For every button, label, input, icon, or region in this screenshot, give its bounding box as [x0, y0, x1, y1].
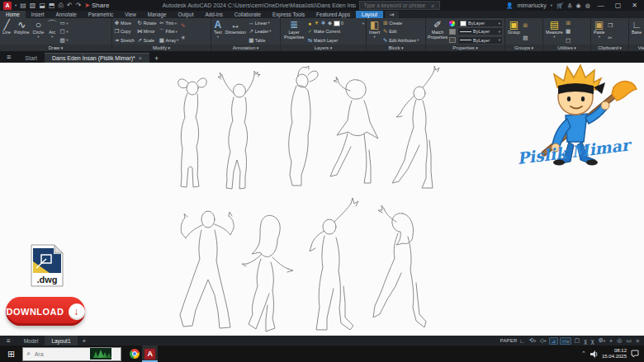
new-layout-icon[interactable]: + [78, 337, 92, 345]
taskbar-chrome-icon[interactable] [126, 346, 142, 362]
paste-button[interactable]: Paste▾ [593, 19, 606, 45]
id-point-button[interactable] [566, 37, 571, 44]
rectangle-button[interactable]: ▾ [59, 20, 68, 26]
help-globe-icon[interactable]: ◉ [576, 2, 581, 9]
ellipse-button[interactable]: ▾ [59, 28, 68, 35]
base-button[interactable]: Base [631, 19, 642, 45]
panel-label-block[interactable]: Block [367, 45, 425, 51]
tab-express-tools[interactable]: Express Tools [267, 11, 310, 18]
dancer-figure[interactable] [242, 215, 293, 331]
layer-dropdown[interactable]: 0▾ [307, 20, 364, 26]
autodesk-a-icon[interactable]: A̠ [568, 2, 572, 8]
new-file-icon[interactable]: ▤ [20, 2, 26, 9]
download-button[interactable]: DOWNLOAD ↓ [6, 297, 85, 326]
tray-expand-icon[interactable]: ⌃ [581, 350, 586, 357]
annotation-visibility-icon[interactable]: χ [582, 338, 590, 344]
minimize-button[interactable]: — [594, 2, 608, 9]
list-icon[interactable] [449, 37, 456, 43]
panel-label-draw[interactable]: Draw [0, 45, 111, 51]
match-layer-button[interactable]: Match Layer [307, 37, 364, 44]
tab-manage[interactable]: Manage [142, 11, 173, 18]
dancer-figure[interactable] [310, 198, 358, 330]
explode-button[interactable] [180, 35, 186, 41]
dancer-figure[interactable] [373, 205, 426, 327]
taskbar-autocad-icon[interactable]: A [142, 346, 158, 362]
volume-icon[interactable] [590, 350, 598, 358]
color-wheel-icon[interactable] [449, 21, 455, 26]
user-caret-icon[interactable]: ▾ [551, 3, 552, 7]
linetype-dropdown[interactable]: ByLayer▾ [457, 36, 503, 45]
close-tab-icon[interactable]: × [139, 55, 142, 61]
linear-button[interactable]: Linear▾ [249, 20, 272, 26]
copy-button[interactable]: Copy [114, 27, 135, 35]
insert-button[interactable]: Insert▾ [368, 19, 381, 45]
isolate-objects-icon[interactable]: ◎ [615, 337, 624, 344]
stretch-button[interactable]: Stretch [114, 36, 135, 45]
ungroup-button[interactable] [523, 22, 528, 29]
panel-label-view[interactable]: View [629, 45, 644, 51]
paper-space-label[interactable]: PAPER [500, 338, 518, 343]
panel-label-clipboard[interactable]: Clipboard [591, 45, 628, 51]
trim-button[interactable]: Trim▾ [159, 19, 178, 27]
model-tab[interactable]: Model [17, 336, 45, 346]
layout-menu-icon[interactable]: ≡ [0, 337, 17, 345]
dancer-figure[interactable] [218, 71, 260, 189]
layout1-tab[interactable]: Layout1 [45, 336, 77, 346]
leader-button[interactable]: Leader▾ [249, 28, 272, 35]
new-tab-icon[interactable]: + [149, 54, 163, 63]
open-file-icon[interactable]: ▧ [30, 2, 36, 9]
autoscale-icon[interactable]: χ [589, 338, 596, 344]
app-menu-caret-icon[interactable]: ▾ [15, 3, 17, 7]
app-store-icon[interactable]: 🛒 [556, 2, 564, 9]
group-button[interactable]: Group [507, 19, 521, 45]
edit-block-button[interactable]: Edit [382, 28, 419, 35]
dancer-figure[interactable] [392, 66, 439, 188]
taskbar-search[interactable]: ⌕ [22, 347, 121, 361]
dancer-figure[interactable] [330, 77, 378, 183]
match-properties-button[interactable]: Match Properties [428, 19, 447, 45]
panel-label-properties[interactable]: Properties [426, 45, 504, 51]
erase-button[interactable] [180, 22, 186, 29]
arc-button[interactable]: Arc▾ [46, 19, 58, 45]
rotate-button[interactable]: Rotate [137, 19, 157, 27]
edit-attributes-button[interactable]: Edit Attributes▾ [382, 37, 419, 44]
close-button[interactable]: ✕ [628, 2, 641, 9]
tab-collaborate[interactable]: Collaborate [229, 11, 267, 18]
autocad-app-icon[interactable]: A [3, 2, 12, 10]
notification-globe-icon[interactable]: ◍ [585, 2, 590, 9]
tab-output[interactable]: Output [173, 11, 200, 18]
notification-center-icon[interactable] [631, 350, 639, 358]
tab-insert[interactable]: Insert [26, 11, 50, 18]
panel-label-annotation[interactable]: Annotation [211, 45, 280, 51]
circle-button[interactable]: Circle▾ [32, 19, 45, 45]
annotation-scale-icon[interactable]: ⚙▾ [596, 337, 608, 344]
panel-label-layers[interactable]: Layers [281, 45, 366, 51]
scale-button[interactable]: Scale [137, 36, 157, 45]
layer-properties-button[interactable]: Layer Properties [282, 19, 305, 45]
tab-parametric[interactable]: Parametric [83, 11, 119, 18]
object-snap-icon[interactable]: ⊿ [549, 337, 558, 345]
dancer-figure[interactable] [289, 66, 318, 186]
search-icon[interactable]: ⌕ [431, 2, 434, 9]
username[interactable]: mimarlucky [517, 2, 546, 8]
panel-label-groups[interactable]: Groups [505, 45, 542, 51]
windows-start-button[interactable]: ⊞ [0, 349, 22, 360]
quick-calc-button[interactable] [566, 28, 571, 35]
quick-select-button[interactable] [566, 20, 571, 26]
osnap-settings-icon[interactable]: ▭▾ [560, 337, 571, 345]
polar-tracking-icon[interactable]: ⟲▾ [527, 337, 537, 344]
ribbon-options-icon[interactable]: ▪▾ [386, 11, 399, 18]
save-icon[interactable]: ⬓ [39, 2, 45, 9]
measure-button[interactable]: Measure▾ [545, 19, 564, 45]
tab-featured-apps[interactable]: Featured Apps [310, 11, 356, 18]
file-tabs-menu-icon[interactable]: ≡ [0, 53, 17, 61]
tab-annotate[interactable]: Annotate [50, 11, 83, 18]
tab-view[interactable]: View [119, 11, 142, 18]
help-search-input[interactable] [362, 2, 429, 9]
text-button[interactable]: Text▾ [213, 19, 223, 45]
workspace-switching-icon[interactable]: + [608, 338, 615, 344]
line-button[interactable]: Line [2, 19, 12, 45]
make-current-button[interactable]: Make Current [307, 28, 364, 35]
plot-icon[interactable]: ⎙ [59, 2, 64, 9]
dancer-figure[interactable] [178, 78, 207, 187]
